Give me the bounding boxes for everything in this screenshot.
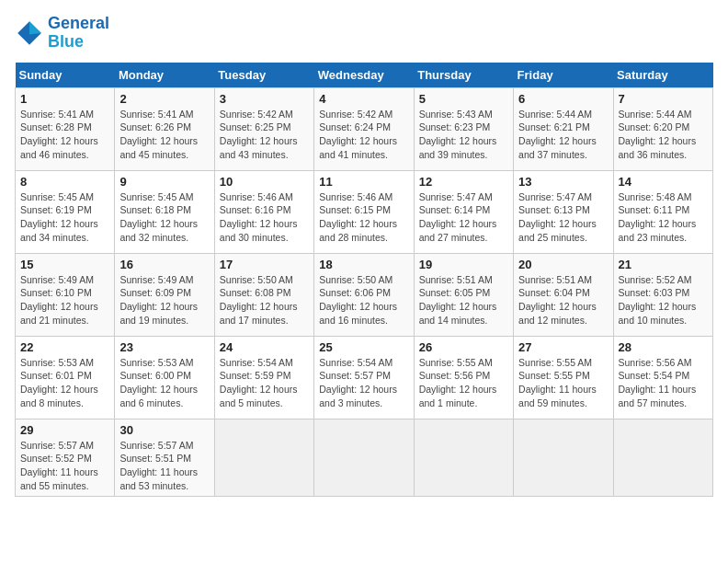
- calendar-day-cell: 21 Sunrise: 5:52 AMSunset: 6:03 PMDaylig…: [613, 253, 712, 336]
- day-number: 19: [419, 258, 508, 271]
- day-info: Sunrise: 5:51 AMSunset: 6:05 PMDaylight:…: [419, 273, 508, 327]
- day-number: 6: [518, 92, 608, 106]
- day-info: Sunrise: 5:49 AMSunset: 6:09 PMDaylight:…: [119, 273, 209, 327]
- day-number: 23: [119, 340, 209, 354]
- calendar-table: SundayMondayTuesdayWednesdayThursdayFrid…: [15, 63, 713, 498]
- day-of-week-header: Friday: [514, 63, 613, 88]
- calendar-day-cell: 5 Sunrise: 5:43 AMSunset: 6:23 PMDayligh…: [414, 87, 513, 170]
- day-info: Sunrise: 5:44 AMSunset: 6:20 PMDaylight:…: [619, 108, 708, 162]
- calendar-day-cell: 14 Sunrise: 5:48 AMSunset: 6:11 PMDaylig…: [613, 170, 712, 253]
- svg-marker-1: [29, 21, 41, 34]
- day-number: 18: [319, 258, 408, 271]
- day-number: 11: [319, 175, 408, 189]
- day-info: Sunrise: 5:52 AMSunset: 6:03 PMDaylight:…: [619, 273, 708, 327]
- day-info: Sunrise: 5:56 AMSunset: 5:54 PMDaylight:…: [619, 356, 708, 410]
- day-info: Sunrise: 5:51 AMSunset: 6:04 PMDaylight:…: [518, 273, 608, 327]
- day-number: 15: [20, 258, 109, 271]
- calendar-day-cell: 2 Sunrise: 5:41 AMSunset: 6:26 PMDayligh…: [115, 87, 214, 170]
- page-header: General Blue: [15, 15, 713, 52]
- calendar-day-cell: [214, 419, 313, 497]
- day-number: 17: [220, 258, 309, 271]
- calendar-day-cell: 27 Sunrise: 5:55 AMSunset: 5:55 PMDaylig…: [514, 336, 613, 419]
- calendar-day-cell: 16 Sunrise: 5:49 AMSunset: 6:09 PMDaylig…: [115, 253, 214, 336]
- calendar-day-cell: 30 Sunrise: 5:57 AMSunset: 5:51 PMDaylig…: [115, 419, 214, 497]
- calendar-day-cell: 3 Sunrise: 5:42 AMSunset: 6:25 PMDayligh…: [214, 87, 313, 170]
- day-number: 7: [619, 92, 708, 106]
- calendar-day-cell: [414, 419, 513, 497]
- day-number: 14: [619, 175, 708, 189]
- day-of-week-header: Tuesday: [214, 63, 313, 88]
- day-info: Sunrise: 5:53 AMSunset: 6:00 PMDaylight:…: [119, 356, 209, 410]
- day-number: 27: [518, 340, 608, 354]
- calendar-day-cell: 26 Sunrise: 5:55 AMSunset: 5:56 PMDaylig…: [414, 336, 513, 419]
- calendar-week-row: 29 Sunrise: 5:57 AMSunset: 5:52 PMDaylig…: [16, 419, 713, 497]
- calendar-week-row: 1 Sunrise: 5:41 AMSunset: 6:28 PMDayligh…: [16, 87, 713, 170]
- calendar-day-cell: 28 Sunrise: 5:56 AMSunset: 5:54 PMDaylig…: [613, 336, 712, 419]
- calendar-day-cell: 24 Sunrise: 5:54 AMSunset: 5:59 PMDaylig…: [214, 336, 313, 419]
- calendar-day-cell: [314, 419, 414, 497]
- calendar-week-row: 15 Sunrise: 5:49 AMSunset: 6:10 PMDaylig…: [16, 253, 713, 336]
- day-number: 22: [20, 340, 109, 354]
- day-number: 9: [119, 175, 209, 189]
- calendar-day-cell: 1 Sunrise: 5:41 AMSunset: 6:28 PMDayligh…: [16, 87, 115, 170]
- day-number: 21: [619, 258, 708, 271]
- calendar-day-cell: 20 Sunrise: 5:51 AMSunset: 6:04 PMDaylig…: [514, 253, 613, 336]
- calendar-week-row: 22 Sunrise: 5:53 AMSunset: 6:01 PMDaylig…: [16, 336, 713, 419]
- calendar-day-cell: [514, 419, 613, 497]
- calendar-day-cell: 23 Sunrise: 5:53 AMSunset: 6:00 PMDaylig…: [115, 336, 214, 419]
- day-number: 24: [220, 340, 309, 354]
- calendar-day-cell: 29 Sunrise: 5:57 AMSunset: 5:52 PMDaylig…: [16, 419, 115, 497]
- calendar-day-cell: 10 Sunrise: 5:46 AMSunset: 6:16 PMDaylig…: [214, 170, 313, 253]
- calendar-day-cell: 12 Sunrise: 5:47 AMSunset: 6:14 PMDaylig…: [414, 170, 513, 253]
- calendar-day-cell: 9 Sunrise: 5:45 AMSunset: 6:18 PMDayligh…: [115, 170, 214, 253]
- day-info: Sunrise: 5:46 AMSunset: 6:15 PMDaylight:…: [319, 190, 408, 245]
- day-number: 25: [319, 340, 408, 354]
- calendar-day-cell: [613, 419, 712, 497]
- calendar-day-cell: 13 Sunrise: 5:47 AMSunset: 6:13 PMDaylig…: [514, 170, 613, 253]
- header-row: SundayMondayTuesdayWednesdayThursdayFrid…: [16, 63, 713, 88]
- day-number: 26: [419, 340, 508, 354]
- day-info: Sunrise: 5:41 AMSunset: 6:26 PMDaylight:…: [119, 108, 209, 162]
- day-info: Sunrise: 5:45 AMSunset: 6:18 PMDaylight:…: [119, 190, 209, 245]
- calendar-day-cell: 18 Sunrise: 5:50 AMSunset: 6:06 PMDaylig…: [314, 253, 414, 336]
- calendar-day-cell: 19 Sunrise: 5:51 AMSunset: 6:05 PMDaylig…: [414, 253, 513, 336]
- day-of-week-header: Thursday: [414, 63, 513, 88]
- day-info: Sunrise: 5:43 AMSunset: 6:23 PMDaylight:…: [419, 108, 508, 162]
- day-number: 30: [119, 423, 209, 437]
- calendar-day-cell: 7 Sunrise: 5:44 AMSunset: 6:20 PMDayligh…: [613, 87, 712, 170]
- day-number: 1: [20, 92, 109, 106]
- day-info: Sunrise: 5:41 AMSunset: 6:28 PMDaylight:…: [20, 108, 109, 162]
- day-number: 13: [518, 175, 608, 189]
- calendar-day-cell: 6 Sunrise: 5:44 AMSunset: 6:21 PMDayligh…: [514, 87, 613, 170]
- day-info: Sunrise: 5:47 AMSunset: 6:14 PMDaylight:…: [419, 190, 508, 245]
- day-number: 29: [20, 423, 109, 437]
- calendar-day-cell: 4 Sunrise: 5:42 AMSunset: 6:24 PMDayligh…: [314, 87, 414, 170]
- day-info: Sunrise: 5:55 AMSunset: 5:56 PMDaylight:…: [419, 356, 508, 410]
- day-number: 10: [220, 175, 309, 189]
- day-info: Sunrise: 5:57 AMSunset: 5:51 PMDaylight:…: [119, 439, 209, 493]
- day-info: Sunrise: 5:54 AMSunset: 5:59 PMDaylight:…: [220, 356, 309, 410]
- day-number: 16: [119, 258, 209, 271]
- day-number: 4: [319, 92, 408, 106]
- day-info: Sunrise: 5:54 AMSunset: 5:57 PMDaylight:…: [319, 356, 408, 410]
- day-of-week-header: Sunday: [16, 63, 115, 88]
- day-info: Sunrise: 5:57 AMSunset: 5:52 PMDaylight:…: [20, 439, 109, 493]
- day-info: Sunrise: 5:47 AMSunset: 6:13 PMDaylight:…: [518, 190, 608, 245]
- day-number: 3: [220, 92, 309, 106]
- day-info: Sunrise: 5:42 AMSunset: 6:25 PMDaylight:…: [220, 108, 309, 162]
- day-number: 12: [419, 175, 508, 189]
- day-info: Sunrise: 5:44 AMSunset: 6:21 PMDaylight:…: [518, 108, 608, 162]
- calendar-day-cell: 8 Sunrise: 5:45 AMSunset: 6:19 PMDayligh…: [16, 170, 115, 253]
- calendar-week-row: 8 Sunrise: 5:45 AMSunset: 6:19 PMDayligh…: [16, 170, 713, 253]
- day-info: Sunrise: 5:50 AMSunset: 6:06 PMDaylight:…: [319, 273, 408, 327]
- day-info: Sunrise: 5:45 AMSunset: 6:19 PMDaylight:…: [20, 190, 109, 245]
- day-of-week-header: Saturday: [613, 63, 712, 88]
- day-info: Sunrise: 5:48 AMSunset: 6:11 PMDaylight:…: [619, 190, 708, 245]
- day-number: 5: [419, 92, 508, 106]
- day-number: 8: [20, 175, 109, 189]
- day-number: 20: [518, 258, 608, 271]
- day-number: 2: [119, 92, 209, 106]
- calendar-day-cell: 25 Sunrise: 5:54 AMSunset: 5:57 PMDaylig…: [314, 336, 414, 419]
- day-of-week-header: Monday: [115, 63, 214, 88]
- day-info: Sunrise: 5:46 AMSunset: 6:16 PMDaylight:…: [220, 190, 309, 245]
